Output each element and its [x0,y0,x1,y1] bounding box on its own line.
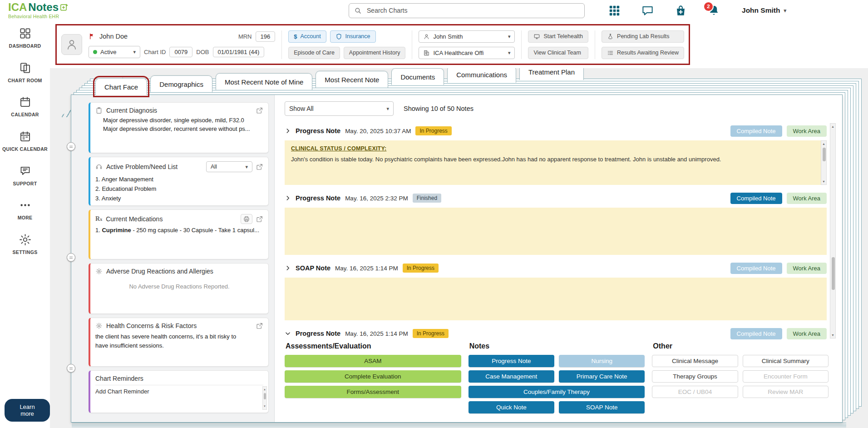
chevron-right-icon[interactable] [285,128,291,134]
scroll-down-arrow[interactable]: ▼ [821,179,826,184]
chart-summary-column: Current Diagnosis Major depressive disor… [71,95,275,422]
results-awaiting-review-button[interactable]: Results Awaiting Review [602,47,684,59]
patient-strip: John Doe MRN 196 Active ▾ Chart ID 0079 … [50,21,868,68]
tab-most-recent-note[interactable]: Most Recent Note [316,71,388,88]
chart-search[interactable] [349,3,585,18]
appointment-history-button[interactable]: Appointment History [344,47,406,59]
scroll-down-arrow[interactable]: ▼ [263,403,266,409]
external-link-icon[interactable] [256,322,263,329]
sidebar-item-quick-calendar[interactable]: QUICK CALENDAR [0,124,50,159]
work-area-button[interactable]: Work Area [787,263,827,274]
sidebar-item-support[interactable]: SUPPORT [0,159,50,193]
pending-lab-results-button[interactable]: Pending Lab Results [602,30,684,43]
active-status-dot [93,50,97,54]
soap-note-button[interactable]: SOAP Note [559,401,645,413]
external-link-icon[interactable] [256,107,263,114]
tab-documents[interactable]: Documents [391,68,444,85]
therapy-groups-button[interactable]: Therapy Groups [652,370,738,383]
status-select[interactable]: Active ▾ [89,46,140,58]
user-menu[interactable]: John Smith ▾ [742,6,786,15]
note-row[interactable]: Progress Note May. 16, 2025 1:14 PM In P… [285,326,827,341]
notes-filter-select[interactable]: Show All ▾ [285,101,394,116]
work-area-button[interactable]: Work Area [787,193,827,204]
progress-note-button[interactable]: Progress Note [469,355,554,367]
clinical-message-button[interactable]: Clinical Message [652,355,738,367]
complete-evaluation-button[interactable]: Complete Evaluation [285,370,461,383]
sidebar-item-chart-room[interactable]: CHART ROOM [0,55,50,90]
no-adr-text: No Adverse Drug Reactions Reported. [95,283,263,290]
encounter-form-button[interactable]: Encounter Form [743,370,829,383]
panel-resize-handle[interactable] [67,253,75,262]
case-management-button[interactable]: Case Management [469,370,554,383]
eoc-ub04-button[interactable]: EOC / UB04 [652,386,738,398]
note-row[interactable]: Progress Note May. 20, 2025 10:37 AM In … [285,123,827,139]
clinical-summary-button[interactable]: Clinical Summary [743,355,829,367]
sidebar-item-dashboard[interactable]: DASHBOARD [0,21,50,55]
provider-select[interactable]: John Smith ▾ [419,30,515,43]
external-link-icon[interactable] [256,163,263,170]
asam-button[interactable]: ASAM [285,355,461,367]
note-title: Progress Note [296,194,340,202]
tab-chart-face[interactable]: Chart Face [95,78,147,95]
review-mar-button[interactable]: Review MAR [743,386,829,398]
problem-filter-select[interactable]: All ▾ [206,161,252,172]
chevron-down-icon[interactable] [285,330,291,337]
tab-treatment-plan[interactable]: Treatment Plan [519,68,584,80]
note-row[interactable]: Progress Note May. 16, 2025 2:32 PM Fini… [285,190,827,206]
notifications-bell-icon[interactable]: 2 [708,5,720,17]
patient-avatar[interactable] [61,34,82,55]
chevron-right-icon[interactable] [285,265,291,271]
account-button[interactable]: $ Account [288,30,326,43]
sidebar-item-settings[interactable]: SETTINGS [0,227,50,262]
episode-of-care-button[interactable]: Episode of Care [288,47,340,59]
note-row[interactable]: SOAP Note May. 16, 2025 1:14 PM In Progr… [285,260,827,276]
store-icon[interactable] [675,5,687,17]
external-link-icon[interactable] [256,215,263,223]
flag-icon[interactable] [89,33,96,40]
chevron-down-icon: ▾ [784,8,786,14]
adverse-reactions-card: Adverse Drug Reactions and Allergies No … [89,263,269,314]
add-chart-reminder[interactable]: Add Chart Reminder [95,388,263,395]
tab-most-recent-note-of-mine[interactable]: Most Recent Note of Mine [216,73,312,90]
chart-face-sheet: Current Diagnosis Major depressive disor… [71,95,843,423]
notes-scrollbar[interactable]: ▲ ▼ [830,123,836,338]
search-input[interactable] [366,6,579,15]
tab-communications[interactable]: Communications [447,68,516,83]
scroll-up-arrow[interactable]: ▲ [263,387,266,393]
insurance-button[interactable]: Insurance [330,30,376,43]
compiled-note-button[interactable]: Compiled Note [730,125,782,137]
office-select[interactable]: ICA Healthcare Offi ▾ [419,47,515,59]
reminders-scrollbar[interactable]: ▲ ▼ [262,386,267,410]
couples-family-therapy-button[interactable]: Couples/Family Therapy [469,386,645,398]
compiled-note-button[interactable]: Compiled Note [730,263,782,274]
sidebar-item-calendar[interactable]: CALENDAR [0,90,50,124]
tab-demographics[interactable]: Demographics [150,75,212,92]
panel-resize-handle[interactable] [67,142,75,151]
print-icon[interactable] [241,214,252,224]
chevron-right-icon[interactable] [285,195,291,201]
start-telehealth-button[interactable]: Start Telehealth [528,30,588,43]
sidebar-item-more[interactable]: MORE [0,193,50,227]
work-area-button[interactable]: Work Area [787,125,827,137]
messages-icon[interactable] [641,5,654,17]
compiled-note-button[interactable]: Compiled Note [730,328,782,339]
quick-note-button[interactable]: Quick Note [469,401,554,413]
nursing-button[interactable]: Nursing [559,355,645,367]
learn-more-button[interactable]: Learn more [5,399,50,422]
scroll-down-arrow[interactable]: ▼ [830,332,835,338]
logo-tagline: Behavioral Health EHR [8,14,69,19]
section-title: Assessments/Evaluation [286,342,461,350]
work-area-button[interactable]: Work Area [787,328,827,339]
primary-care-note-button[interactable]: Primary Care Note [559,370,645,383]
scroll-up-arrow[interactable]: ▲ [830,124,835,129]
scroll-up-arrow[interactable]: ▲ [821,141,826,147]
app-logo[interactable]: ICANotes Behavioral Health EHR [8,2,69,19]
note-content-scrollbar[interactable]: ▲ ▼ [821,140,827,185]
dob-value: 01/01/1981 (44) [213,47,265,57]
forms-assessment-button[interactable]: Forms/Assessment [285,386,461,398]
compiled-note-button[interactable]: Compiled Note [730,193,782,204]
panel-resize-handle[interactable] [67,364,75,373]
dialpad-icon[interactable] [608,5,621,17]
current-medications-card: Rx Current Medications 1. Cuprimine - 25… [89,209,269,259]
view-clinical-team-button[interactable]: View Clinical Team [528,47,588,59]
